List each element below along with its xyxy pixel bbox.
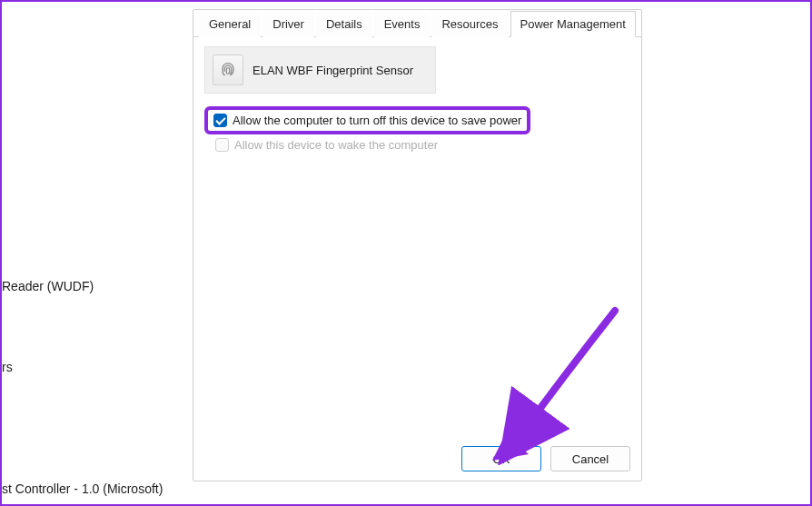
tab-details[interactable]: Details xyxy=(316,11,372,37)
tab-driver[interactable]: Driver xyxy=(262,11,314,37)
tab-resources[interactable]: Resources xyxy=(431,11,508,37)
checkbox-allow-power-off[interactable]: Allow the computer to turn off this devi… xyxy=(213,114,521,127)
background-text-item: Reader (WUDF) xyxy=(2,279,94,293)
tab-bar: General Driver Details Events Resources … xyxy=(193,10,641,37)
checkbox-icon xyxy=(213,114,227,127)
device-name-label: ELAN WBF Fingerprint Sensor xyxy=(253,64,413,77)
tab-general[interactable]: General xyxy=(199,11,261,37)
annotation-highlight: Allow the computer to turn off this devi… xyxy=(204,106,530,134)
cancel-button[interactable]: Cancel xyxy=(550,446,630,471)
properties-dialog: General Driver Details Events Resources … xyxy=(193,9,642,481)
device-header: ELAN WBF Fingerprint Sensor xyxy=(204,46,436,94)
checkbox-allow-wake: Allow this device to wake the computer xyxy=(215,138,630,152)
tab-content: ELAN WBF Fingerprint Sensor Allow the co… xyxy=(193,37,641,161)
tab-events[interactable]: Events xyxy=(374,11,431,37)
checkbox-icon xyxy=(215,138,229,152)
ok-button[interactable]: OK xyxy=(461,446,541,471)
fingerprint-icon xyxy=(213,55,243,85)
tab-power-management[interactable]: Power Management xyxy=(510,11,636,37)
dialog-buttons: OK Cancel xyxy=(461,446,630,471)
background-text-item: st Controller - 1.0 (Microsoft) xyxy=(2,481,163,496)
checkbox-label: Allow this device to wake the computer xyxy=(234,138,438,152)
checkbox-label: Allow the computer to turn off this devi… xyxy=(233,114,521,127)
background-text-item: rs xyxy=(2,360,13,374)
